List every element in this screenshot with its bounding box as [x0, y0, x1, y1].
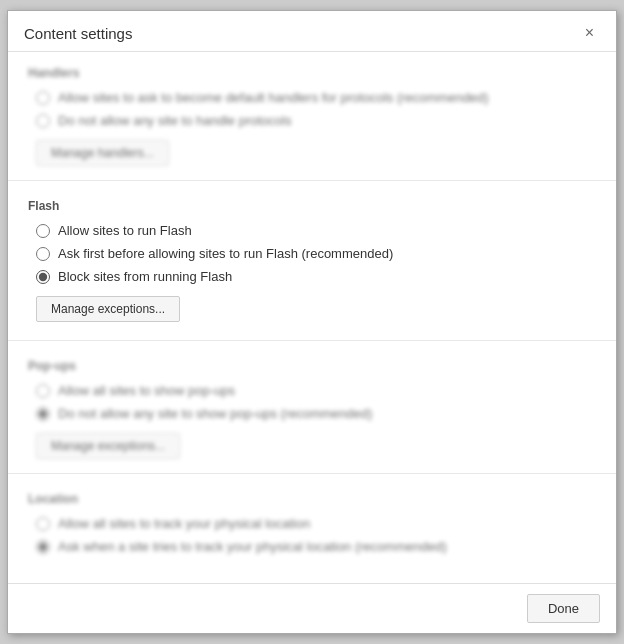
handlers-option-2[interactable]: Do not allow any site to handle protocol… — [36, 113, 596, 128]
flash-section-title: Flash — [28, 199, 596, 213]
handlers-option-1[interactable]: Allow sites to ask to become default han… — [36, 90, 596, 105]
flash-option-allow[interactable]: Allow sites to run Flash — [36, 223, 596, 238]
content-settings-dialog: Content settings × Handlers Allow sites … — [7, 10, 617, 634]
flash-radio-block[interactable] — [36, 270, 50, 284]
location-option-2[interactable]: Ask when a site tries to track your phys… — [36, 539, 596, 554]
location-radio-1[interactable] — [36, 517, 50, 531]
dialog-footer: Done — [8, 583, 616, 633]
location-section: Location Allow all sites to track your p… — [8, 478, 616, 564]
flash-option-ask[interactable]: Ask first before allowing sites to run F… — [36, 246, 596, 261]
popups-radio-group: Allow all sites to show pop-ups Do not a… — [28, 383, 596, 421]
done-button[interactable]: Done — [527, 594, 600, 623]
manage-handlers-button[interactable]: Manage handlers... — [36, 140, 169, 166]
handlers-radio-2[interactable] — [36, 114, 50, 128]
location-radio-group: Allow all sites to track your physical l… — [28, 516, 596, 554]
popups-section: Pop-ups Allow all sites to show pop-ups … — [8, 345, 616, 469]
flash-label-block: Block sites from running Flash — [58, 269, 232, 284]
handlers-label-1: Allow sites to ask to become default han… — [58, 90, 489, 105]
location-radio-2[interactable] — [36, 540, 50, 554]
handlers-section-title: Handlers — [28, 66, 596, 80]
popups-label-1: Allow all sites to show pop-ups — [58, 383, 235, 398]
popups-option-2[interactable]: Do not allow any site to show pop-ups (r… — [36, 406, 596, 421]
flash-label-allow: Allow sites to run Flash — [58, 223, 192, 238]
location-label-1: Allow all sites to track your physical l… — [58, 516, 310, 531]
manage-popups-exceptions-button[interactable]: Manage exceptions... — [36, 433, 180, 459]
handlers-radio-group: Allow sites to ask to become default han… — [28, 90, 596, 128]
flash-radio-ask[interactable] — [36, 247, 50, 261]
dialog-header: Content settings × — [8, 11, 616, 52]
dialog-title: Content settings — [24, 25, 132, 42]
popups-option-1[interactable]: Allow all sites to show pop-ups — [36, 383, 596, 398]
dialog-content: Handlers Allow sites to ask to become de… — [8, 52, 616, 583]
handlers-section: Handlers Allow sites to ask to become de… — [8, 52, 616, 176]
popups-section-title: Pop-ups — [28, 359, 596, 373]
flash-option-block[interactable]: Block sites from running Flash — [36, 269, 596, 284]
location-option-1[interactable]: Allow all sites to track your physical l… — [36, 516, 596, 531]
handlers-radio-1[interactable] — [36, 91, 50, 105]
flash-radio-group: Allow sites to run Flash Ask first befor… — [28, 223, 596, 284]
manage-flash-exceptions-button[interactable]: Manage exceptions... — [36, 296, 180, 322]
popups-label-2: Do not allow any site to show pop-ups (r… — [58, 406, 372, 421]
popups-radio-1[interactable] — [36, 384, 50, 398]
flash-label-ask: Ask first before allowing sites to run F… — [58, 246, 393, 261]
flash-section: Flash Allow sites to run Flash Ask first… — [8, 185, 616, 336]
popups-radio-2[interactable] — [36, 407, 50, 421]
flash-radio-allow[interactable] — [36, 224, 50, 238]
location-label-2: Ask when a site tries to track your phys… — [58, 539, 447, 554]
handlers-label-2: Do not allow any site to handle protocol… — [58, 113, 291, 128]
location-section-title: Location — [28, 492, 596, 506]
close-button[interactable]: × — [579, 23, 600, 43]
